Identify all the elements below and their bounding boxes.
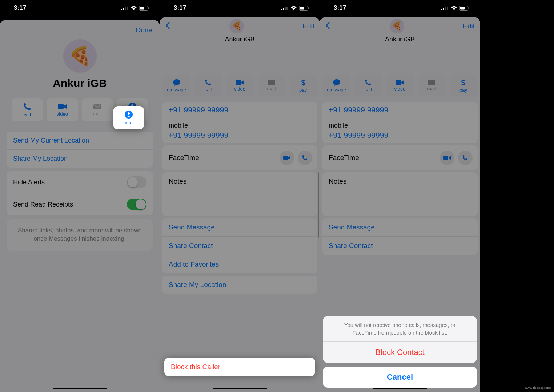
facetime-audio-button[interactable]: [298, 151, 312, 165]
svg-rect-7: [58, 104, 64, 109]
home-indicator[interactable]: [53, 388, 107, 389]
video-label: video: [234, 86, 245, 92]
mail-button: mail: [417, 75, 446, 96]
svg-rect-28: [447, 7, 448, 10]
pay-button[interactable]: $ pay: [449, 75, 478, 96]
contact-name: Ankur iGB: [160, 36, 320, 43]
back-button[interactable]: [325, 21, 331, 31]
svg-point-32: [333, 79, 340, 85]
edit-button[interactable]: Edit: [302, 22, 314, 30]
phone-mobile[interactable]: +91 99999 99999: [329, 131, 471, 140]
phone-icon: [365, 79, 372, 86]
send-message-button[interactable]: Send Message: [162, 218, 317, 236]
scrollbar[interactable]: [318, 172, 319, 238]
avatar[interactable]: 🍕: [229, 19, 244, 33]
svg-rect-1: [123, 8, 124, 10]
dollar-icon: $: [301, 79, 306, 87]
block-contact-button[interactable]: Block Contact: [323, 342, 477, 363]
svg-rect-34: [428, 80, 435, 85]
video-label: video: [57, 111, 68, 117]
svg-rect-36: [443, 156, 448, 160]
cancel-button[interactable]: Cancel: [323, 367, 477, 388]
share-location-button[interactable]: Share My Location: [162, 276, 317, 294]
pay-label: pay: [459, 87, 467, 93]
notes-field[interactable]: Notes: [322, 172, 478, 216]
facetime-audio-button[interactable]: [458, 151, 473, 165]
status-time: 3:17: [174, 4, 186, 12]
mail-label: mail: [267, 86, 276, 91]
add-favorites-button[interactable]: Add to Favorites: [162, 255, 317, 273]
message-label: message: [167, 87, 186, 92]
notes-field[interactable]: Notes: [162, 172, 317, 216]
back-button[interactable]: [165, 21, 171, 31]
hide-alerts-row: Hide Alerts: [7, 171, 153, 193]
mail-button: mail: [82, 98, 113, 121]
avatar[interactable]: 🍕: [63, 39, 97, 73]
info-label: info: [125, 120, 133, 125]
svg-rect-2: [125, 7, 126, 10]
home-indicator[interactable]: [213, 388, 267, 389]
svg-rect-0: [121, 9, 122, 10]
video-icon: [443, 155, 451, 160]
wifi-icon: [451, 6, 457, 10]
call-button[interactable]: call: [12, 98, 43, 121]
phone-mobile[interactable]: +91 99999 99999: [169, 131, 311, 140]
block-caller-button[interactable]: Block this Caller: [164, 358, 315, 376]
send-message-button[interactable]: Send Message: [322, 218, 478, 236]
video-button[interactable]: video: [385, 75, 414, 96]
status-time: 3:17: [14, 4, 26, 12]
call-button[interactable]: call: [354, 75, 382, 96]
info-button[interactable]: info: [113, 106, 144, 129]
svg-rect-22: [268, 80, 275, 85]
phone-icon: [302, 155, 308, 161]
status-bar: 3:17: [0, 0, 160, 16]
svg-rect-8: [93, 104, 101, 109]
status-bar: 3:17: [160, 0, 320, 16]
mobile-label: mobile: [329, 122, 471, 129]
chevron-left-icon: [325, 21, 331, 30]
edit-button[interactable]: Edit: [463, 22, 475, 30]
dollar-icon: $: [461, 79, 466, 87]
home-indicator[interactable]: [373, 388, 427, 389]
svg-rect-30: [460, 7, 465, 9]
signal-icon: [441, 6, 449, 10]
contact-name: Ankur iGB: [0, 77, 160, 89]
call-label: call: [365, 87, 372, 92]
svg-rect-5: [140, 7, 144, 9]
call-button[interactable]: call: [194, 75, 222, 96]
svg-rect-24: [283, 156, 288, 160]
pay-button[interactable]: $ pay: [289, 75, 317, 96]
video-button[interactable]: video: [47, 98, 78, 121]
status-indicators: [441, 6, 470, 11]
svg-rect-6: [148, 7, 149, 9]
svg-rect-25: [441, 9, 442, 10]
phone-main[interactable]: +91 99999 99999: [329, 105, 471, 114]
status-time: 3:17: [334, 4, 346, 12]
mail-label: mail: [427, 86, 436, 91]
hide-alerts-toggle[interactable]: [127, 176, 146, 188]
share-contact-button[interactable]: Share Contact: [162, 236, 317, 255]
mobile-label: mobile: [169, 122, 311, 129]
facetime-label: FaceTime: [169, 154, 199, 162]
read-receipts-label: Send Read Receipts: [13, 201, 73, 208]
share-location-button[interactable]: Share My Location: [7, 149, 153, 168]
svg-rect-3: [127, 7, 128, 10]
battery-icon: [139, 6, 149, 11]
done-button[interactable]: Done: [136, 26, 152, 34]
avatar[interactable]: 🍕: [390, 19, 404, 33]
message-button[interactable]: message: [322, 75, 351, 96]
send-location-button[interactable]: Send My Current Location: [7, 132, 153, 149]
wifi-icon: [290, 6, 297, 10]
share-contact-button[interactable]: Share Contact: [322, 236, 478, 255]
battery-icon: [299, 6, 309, 11]
video-button[interactable]: video: [225, 75, 254, 96]
phone-main[interactable]: +91 99999 99999: [169, 105, 311, 114]
read-receipts-toggle[interactable]: [127, 199, 146, 210]
contact-name: Ankur iGB: [320, 36, 480, 43]
message-button[interactable]: message: [162, 75, 191, 96]
svg-rect-13: [281, 9, 282, 10]
signal-icon: [121, 6, 128, 10]
facetime-video-button[interactable]: [280, 151, 294, 165]
phone-icon: [462, 155, 469, 161]
facetime-video-button[interactable]: [440, 151, 454, 165]
